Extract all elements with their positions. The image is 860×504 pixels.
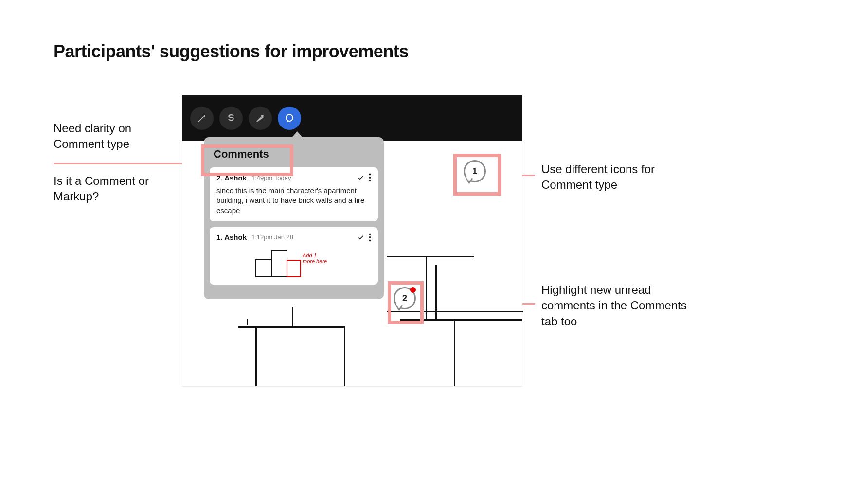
svg-point-1 <box>369 174 371 176</box>
wireframe-line <box>400 319 522 321</box>
mock-screenshot: Comments 2. Ashok 1:49pm Today since thi… <box>182 95 522 386</box>
arrow-icon <box>255 113 266 124</box>
comment-card[interactable]: 2. Ashok 1:49pm Today since this is the … <box>210 167 378 221</box>
page-title: Participants' suggestions for improvemen… <box>54 41 409 62</box>
wireframe-line <box>454 321 455 386</box>
shape-tool-button[interactable] <box>219 107 243 130</box>
comment-pin-number: 1 <box>472 166 477 177</box>
sketch-annotation: more here <box>303 258 327 264</box>
svg-point-0 <box>286 114 293 121</box>
magic-tool-button[interactable] <box>190 107 214 130</box>
comments-panel-wrap: Comments 2. Ashok 1:49pm Today since thi… <box>204 137 384 299</box>
wireframe-line <box>255 328 257 386</box>
wireframe-line <box>387 256 474 257</box>
svg-point-2 <box>369 177 371 179</box>
comments-panel: Comments 2. Ashok 1:49pm Today since thi… <box>204 137 384 299</box>
comments-panel-title: Comments <box>210 144 378 167</box>
annotation-left-1: Need clarity on Comment type <box>54 121 180 152</box>
arrow-tool-button[interactable] <box>249 107 272 130</box>
annotation-left-2: Is it a Comment or Markup? <box>54 173 180 205</box>
check-icon[interactable] <box>357 174 365 181</box>
comment-author: 1. Ashok <box>216 233 247 241</box>
magic-wand-icon <box>197 113 207 124</box>
svg-point-4 <box>369 233 371 235</box>
panel-pointer <box>290 131 304 139</box>
comment-author: 2. Ashok <box>216 174 247 182</box>
comment-tool-button[interactable] <box>278 107 301 130</box>
svg-rect-7 <box>256 259 271 277</box>
svg-point-3 <box>369 180 371 182</box>
check-icon[interactable] <box>357 234 365 241</box>
annotation-right-1: Use different icons for Comment type <box>541 162 678 193</box>
comment-card[interactable]: 1. Ashok 1:12pm Jan 28 <box>210 227 378 285</box>
comment-icon <box>284 113 295 124</box>
wireframe-line <box>292 307 293 327</box>
comment-time: 1:12pm Jan 28 <box>251 234 293 241</box>
s-shape-icon <box>226 113 236 124</box>
comment-body: since this is the main character's apart… <box>216 186 371 216</box>
comment-pin-number: 2 <box>402 293 407 304</box>
comment-pin-1[interactable]: 1 <box>464 160 486 182</box>
more-icon[interactable] <box>369 233 371 242</box>
more-icon[interactable] <box>369 173 371 182</box>
connector-line <box>54 163 202 164</box>
svg-rect-8 <box>271 251 287 277</box>
svg-point-5 <box>369 236 371 238</box>
comment-time: 1:49pm Today <box>251 174 291 181</box>
toolbar <box>182 95 522 141</box>
wireframe-line <box>238 326 345 328</box>
comment-sketch: Add 1 more here <box>216 246 371 279</box>
svg-rect-9 <box>287 260 301 277</box>
annotation-right-2: Highlight new unread comments in the Com… <box>541 282 687 329</box>
wireframe-line <box>247 319 248 325</box>
wireframe-line <box>387 311 523 312</box>
sketch-annotation: Add 1 <box>302 252 317 258</box>
comment-pin-2[interactable]: 2 <box>394 287 416 309</box>
unread-badge-icon <box>410 287 416 293</box>
wireframe-line <box>344 328 345 386</box>
svg-point-6 <box>369 239 371 241</box>
